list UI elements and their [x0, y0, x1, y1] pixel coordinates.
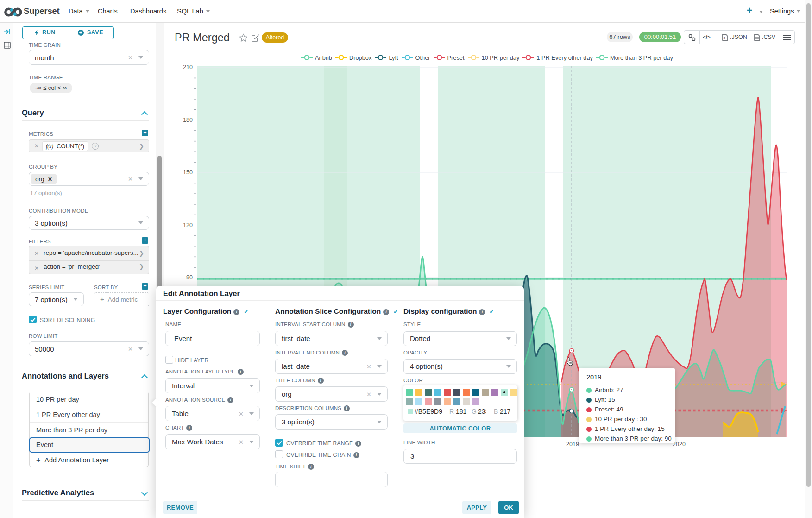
- svg-text:210: 210: [183, 64, 193, 70]
- svg-text:180: 180: [183, 117, 193, 123]
- svg-text:120: 120: [183, 222, 193, 228]
- svg-text:{}: {}: [723, 37, 725, 39]
- svg-text:90: 90: [186, 274, 193, 281]
- svg-text:150: 150: [183, 169, 193, 176]
- svg-text:2019: 2019: [566, 441, 579, 448]
